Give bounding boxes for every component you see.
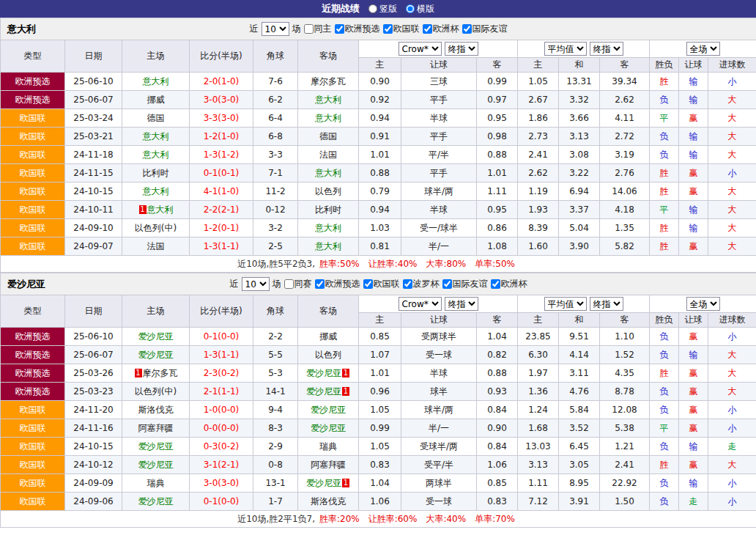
handicap-away-odds: 1.06: [477, 456, 518, 474]
result-outcome: 胜: [650, 183, 679, 201]
result-outcome: 平: [650, 201, 679, 219]
handicap-away-odds: 0.88: [477, 364, 518, 383]
competition-type-badge: 欧国联: [1, 456, 65, 474]
result-goals: 大: [708, 128, 756, 146]
avg-home-odds: 2.62: [518, 164, 559, 183]
match-count-select[interactable]: 10: [242, 277, 270, 291]
handicap-line: 受两球半: [401, 328, 477, 346]
odds-group-header: Crow*终指: [359, 295, 518, 313]
result-handicap: 输: [679, 146, 708, 164]
competition-checkbox[interactable]: [491, 279, 500, 289]
handicap-line: 受一球: [401, 493, 477, 511]
avg-odds-stage-select[interactable]: 终指: [590, 297, 623, 311]
competition-type-badge: 欧洲预选: [1, 73, 65, 91]
avg-draw-odds: 13.31: [559, 73, 600, 91]
odds-stage-select[interactable]: 终指: [445, 297, 478, 311]
score-cell: 0-3(0-2): [190, 438, 253, 456]
record-summary: 近10场,胜5平2负3,: [237, 259, 315, 269]
home-team-cell: 爱沙尼亚: [122, 346, 190, 364]
same-checkbox[interactable]: [284, 279, 294, 289]
away-team-cell: 爱沙尼亚: [298, 401, 359, 419]
competition-checkbox[interactable]: [335, 24, 344, 34]
competition-filter[interactable]: 欧国联: [363, 278, 400, 290]
match-count-select[interactable]: 10: [262, 22, 289, 36]
horizontal-layout-radio[interactable]: [406, 4, 415, 13]
bookmaker-select[interactable]: Crow*: [399, 297, 442, 311]
filters-bar: 近 10 场 同主 欧洲预选欧国联欧洲杯国际友谊: [250, 22, 508, 36]
competition-label: 国际友谊: [453, 278, 488, 290]
handicap-home-odds: 1.07: [359, 346, 401, 364]
match-date: 25-06-07: [65, 346, 122, 364]
competition-filter[interactable]: 国际友谊: [442, 278, 488, 290]
competition-filter[interactable]: 欧洲杯: [423, 23, 459, 35]
avg-home-odds: 1.68: [518, 419, 559, 438]
home-team-cell: 德国: [122, 109, 190, 128]
sub-handicap-header: 让球: [401, 313, 477, 328]
competition-type-badge: 欧国联: [1, 219, 65, 237]
score-cell: 1-2(1-0): [190, 128, 253, 146]
result-handicap: 输: [679, 128, 708, 146]
average-odds-select[interactable]: 平均值: [544, 42, 587, 56]
away-team-cell: 意大利: [298, 109, 359, 128]
match-scope-select[interactable]: 全场: [686, 297, 720, 311]
same-label: 同主: [314, 23, 332, 35]
away-team-cell: 以色列: [298, 183, 359, 201]
competition-checkbox[interactable]: [442, 279, 452, 289]
team-section-header: 意大利 近 10 场 同主 欧洲预选欧国联欧洲杯国际友谊: [1, 18, 756, 40]
competition-checkbox[interactable]: [363, 279, 373, 289]
col-score-header: 比分(半场): [190, 40, 253, 73]
competition-checkbox[interactable]: [403, 279, 412, 289]
layout-horizontal-option[interactable]: 横版: [406, 3, 434, 15]
avg-odds-stage-select[interactable]: 终指: [590, 42, 623, 56]
vertical-layout-radio[interactable]: [368, 4, 377, 13]
corners-cell: 3-3: [253, 146, 298, 164]
avg-draw-odds: 3.37: [559, 201, 600, 219]
competition-filter[interactable]: 欧国联: [383, 23, 420, 35]
competition-checkbox[interactable]: [423, 24, 432, 34]
bookmaker-select[interactable]: Crow*: [399, 42, 442, 56]
sub-home-odds-header: 主: [359, 58, 401, 73]
match-date: 25-03-23: [65, 383, 122, 401]
competition-checkbox[interactable]: [315, 279, 325, 289]
avg-draw-odds: 5.84: [559, 401, 600, 419]
avg-home-odds: 1.86: [518, 109, 559, 128]
team-name: 意大利: [315, 113, 341, 123]
competition-filter[interactable]: 欧洲预选: [335, 23, 380, 35]
competition-filter[interactable]: 波罗杯: [403, 278, 440, 290]
corners-cell: 11-2: [253, 183, 298, 201]
home-team-cell: 爱沙尼亚: [122, 438, 190, 456]
avg-home-odds: 1.36: [518, 383, 559, 401]
average-odds-select[interactable]: 平均值: [544, 297, 587, 311]
team-name: 比利时: [143, 168, 169, 178]
handicap-home-odds: 0.99: [359, 419, 401, 438]
team-name: 意大利: [315, 241, 341, 251]
competition-filter[interactable]: 欧洲预选: [315, 278, 360, 290]
sub-handicap-result-header: 让球: [679, 313, 708, 328]
same-label: 同赛: [294, 278, 312, 290]
competition-checkbox[interactable]: [383, 24, 393, 34]
same-filter[interactable]: 同赛: [284, 278, 312, 290]
team-name: 以色列: [315, 350, 341, 360]
score-cell: 2-0(1-0): [190, 73, 253, 91]
same-checkbox[interactable]: [304, 24, 314, 34]
layout-vertical-option[interactable]: 竖版: [368, 3, 397, 15]
competition-type-badge: 欧国联: [1, 401, 65, 419]
match-scope-select[interactable]: 全场: [686, 42, 720, 56]
competition-filter[interactable]: 欧洲杯: [491, 278, 527, 290]
handicap-home-odds: 1.03: [359, 219, 401, 237]
away-team-cell: 意大利: [298, 237, 359, 256]
match-row: 欧洲预选 25-06-07 挪威 3-0(3-0) 6-2 意大利 0.92 平…: [1, 91, 756, 109]
topbar: 近期战绩 竖版 横版: [0, 0, 756, 18]
odds-stage-select[interactable]: 终指: [445, 42, 478, 56]
avg-home-odds: 1.19: [518, 183, 559, 201]
competition-type-badge: 欧国联: [1, 201, 65, 219]
home-team-cell: 比利时: [122, 164, 190, 183]
team-sections-container: 意大利 近 10 场 同主 欧洲预选欧国联欧洲杯国际友谊 类型日期主场比分(半场…: [0, 18, 756, 528]
competition-filter[interactable]: 国际友谊: [462, 23, 508, 35]
avg-away-odds: 5.82: [600, 237, 650, 256]
same-filter[interactable]: 同主: [304, 23, 332, 35]
competition-checkbox[interactable]: [462, 24, 472, 34]
competition-type-badge: 欧洲预选: [1, 91, 65, 109]
score-cell: 2-2(2-1): [190, 201, 253, 219]
competition-type-badge: 欧洲预选: [1, 383, 65, 401]
